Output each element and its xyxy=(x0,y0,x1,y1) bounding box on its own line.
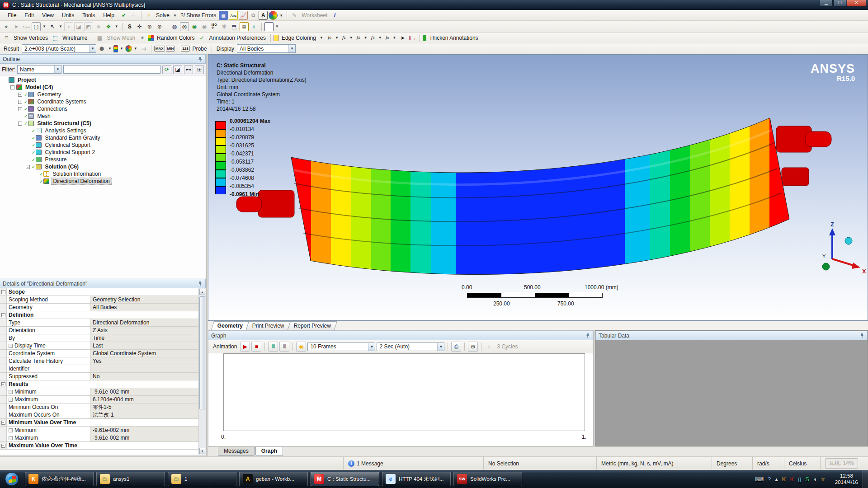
tree-item-mesh[interactable]: ✓Mesh xyxy=(0,113,206,120)
accept-icon[interactable]: ✔ xyxy=(119,11,128,20)
checkbox-icon[interactable] xyxy=(9,398,13,402)
view-tab-report-preview[interactable]: Report Preview xyxy=(288,321,337,330)
details-value[interactable]: 零件1-5 xyxy=(90,404,206,411)
filter-clear-icon[interactable]: ◪ xyxy=(173,65,182,74)
info-icon[interactable]: i xyxy=(330,11,339,20)
scroll-thumb[interactable] xyxy=(199,296,205,409)
result-scale-dropdown-icon[interactable]: ▼ xyxy=(89,45,96,52)
tree-item-static-structural-c5-[interactable]: -✓Static Structural (C5) xyxy=(0,120,206,127)
details-value[interactable]: Geometry Selection xyxy=(90,296,206,303)
thicken-annotations-button[interactable]: Thicken Annotations xyxy=(427,35,480,41)
timeline-plot[interactable] xyxy=(223,353,585,431)
probe-button[interactable]: Probe xyxy=(191,46,209,52)
status-rotation[interactable]: rad/s xyxy=(753,457,784,470)
graphics-viewport[interactable]: Z X Y C: Static StructuralDirectional De… xyxy=(208,54,868,321)
flower-icon[interactable]: ✿ xyxy=(249,11,258,20)
status-angle[interactable]: Degrees xyxy=(712,457,753,470)
display-dropdown-icon[interactable]: ▼ xyxy=(288,45,295,52)
filter-flat-icon[interactable]: ⊷ xyxy=(184,65,193,74)
tree-item-coordinate-systems[interactable]: +✓Coordinate Systems xyxy=(0,98,206,105)
zoom-next-icon[interactable]: ◉ xyxy=(200,22,209,31)
section-collapse-icon[interactable]: − xyxy=(1,382,5,386)
taskbar-button-ie[interactable]: eHTTP 404 未找到... xyxy=(382,472,451,486)
tree-expander-icon[interactable]: - xyxy=(26,165,30,169)
checkbox-icon[interactable] xyxy=(9,436,13,440)
filter-search-input[interactable] xyxy=(63,65,160,74)
view-tab-print-preview[interactable]: Print Preview xyxy=(246,321,291,330)
section-collapse-icon[interactable]: − xyxy=(1,444,5,448)
min-annotation-button[interactable]: MIN xyxy=(166,46,175,52)
expand-all-icon[interactable]: ⊞ xyxy=(195,65,204,74)
tree-item-solution-information[interactable]: ✓!Solution Information xyxy=(0,170,206,178)
filter-refresh-icon[interactable]: ⟳ xyxy=(162,65,171,74)
tree-expander-icon[interactable]: + xyxy=(18,107,22,111)
tree-expander-icon[interactable]: - xyxy=(18,122,22,126)
zoom-fit-icon[interactable]: ◎ xyxy=(180,22,189,31)
frames-dropdown-icon[interactable]: ▼ xyxy=(368,343,375,351)
graph-pin-icon[interactable] xyxy=(585,333,590,338)
details-value[interactable]: Yes xyxy=(90,357,206,365)
zoom-time-icon[interactable]: ⊕ xyxy=(468,342,478,352)
edge-coloring-dropdown-icon[interactable]: ▼ xyxy=(319,36,324,40)
tree-item-directional-deformation[interactable]: ✓Directional Deformation xyxy=(0,178,206,185)
coordinates-icon[interactable]: x,y,z xyxy=(22,22,31,31)
face-select-icon[interactable]: ◩ xyxy=(84,22,93,31)
minimize-button[interactable]: ▁ xyxy=(820,0,833,7)
next-step-icon[interactable]: ⁘ xyxy=(129,11,138,20)
tree-item-geometry[interactable]: +✓Geometry xyxy=(0,91,206,98)
taskbar-clock[interactable]: 12:58 2014/4/16 xyxy=(830,473,863,485)
status-temperature[interactable]: Celsius xyxy=(784,457,821,470)
window-layout-dropdown-icon[interactable]: ▼ xyxy=(274,24,280,28)
new-chart-icon[interactable]: ▦ xyxy=(219,11,228,20)
details-value[interactable] xyxy=(90,365,206,372)
chart-icon[interactable]: 📈 xyxy=(239,11,248,20)
edge-direction-2-dropdown-icon[interactable]: ▼ xyxy=(363,36,368,40)
edge-direction-x-icon[interactable]: /x xyxy=(383,33,392,42)
image-icon[interactable] xyxy=(269,11,278,20)
text-icon[interactable]: A xyxy=(259,11,268,20)
edge-coloring-button[interactable]: Edge Coloring xyxy=(280,35,318,41)
bottom-tab-messages[interactable]: Messages xyxy=(218,447,255,456)
details-value[interactable]: Z Axis xyxy=(90,327,206,334)
tray-volume-icon[interactable]: ◖ xyxy=(813,476,817,483)
zoom-prev-icon[interactable]: ◉ xyxy=(190,22,199,31)
window-layout-icon[interactable] xyxy=(264,22,274,31)
details-value[interactable]: -9.61e-002 mm xyxy=(90,388,206,395)
details-value[interactable]: -9.61e-002 mm xyxy=(90,434,206,441)
tray-help-icon[interactable]: ? xyxy=(768,476,771,483)
tabular-pin-icon[interactable] xyxy=(860,333,864,338)
filter-combo[interactable]: Name ▼ xyxy=(17,65,61,74)
maximize-button[interactable]: ❐ xyxy=(833,0,846,7)
explode-icon[interactable]: ✴ xyxy=(138,33,147,42)
filter-dropdown-icon[interactable]: ▼ xyxy=(54,66,61,73)
look-at-icon[interactable]: ✾ xyxy=(220,22,229,31)
taskbar-button-mechanical[interactable]: MC : Static Structu... xyxy=(311,472,379,486)
frames-combo[interactable]: 10 Frames ▼ xyxy=(307,343,375,351)
tree-item-solution-c6-[interactable]: -✓Solution (C6) xyxy=(0,163,206,170)
tray-up-arrow-icon[interactable]: ▴ xyxy=(775,476,778,483)
show-errors-button[interactable]: ?/ Show Errors xyxy=(179,12,218,19)
tray-network-icon[interactable]: ᯤ xyxy=(821,476,827,483)
tree-item-cylindrical-support[interactable]: ✓Cylindrical Support xyxy=(0,141,206,149)
show-vertices-button[interactable]: Show Vertices xyxy=(12,35,50,41)
show-mesh-button[interactable]: Show Mesh xyxy=(105,35,137,41)
section-collapse-icon[interactable]: − xyxy=(1,290,5,294)
edge-direction-2-icon[interactable]: /2 xyxy=(354,33,363,42)
section-collapse-icon[interactable]: − xyxy=(1,313,5,317)
details-scrollbar[interactable]: ▲ ▼ xyxy=(198,288,206,455)
edge-direction-3-dropdown-icon[interactable]: ▼ xyxy=(377,36,383,40)
select-arrow-icon[interactable]: ➤ xyxy=(12,22,21,31)
outline-pin-icon[interactable] xyxy=(198,56,203,61)
close-button[interactable]: ✕ xyxy=(847,0,866,7)
taskbar-button-kuwo[interactable]: K依恋-蔡淳佳-酷我... xyxy=(25,472,94,486)
seconds-combo[interactable]: 2 Sec (Auto) ▼ xyxy=(377,343,444,351)
edge-direction-3-icon[interactable]: /3 xyxy=(368,33,377,42)
solve-dropdown-icon[interactable]: ▼ xyxy=(172,14,178,18)
zoom-icon[interactable]: ⊕ xyxy=(145,22,154,31)
worksheet-button[interactable]: Worksheet xyxy=(300,12,329,19)
menu-units[interactable]: Units xyxy=(58,11,78,20)
start-button[interactable] xyxy=(0,470,24,488)
model-canvas[interactable]: Z X Y xyxy=(208,55,868,321)
result-scale-combo[interactable]: 2.e+003 (Auto Scale) ▼ xyxy=(22,44,96,53)
details-value[interactable]: Global Coordinate System xyxy=(90,350,206,357)
